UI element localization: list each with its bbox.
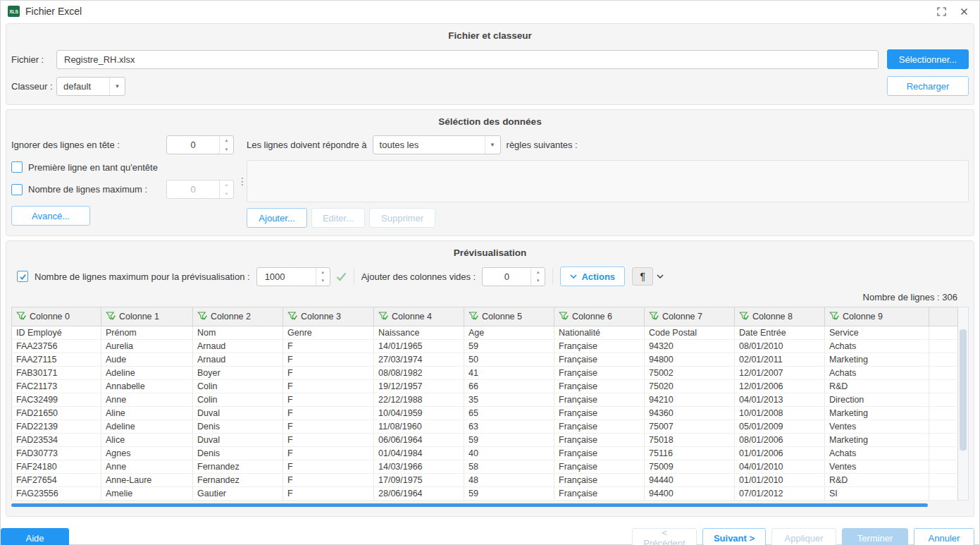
table-cell[interactable]: FAF24180	[12, 460, 101, 474]
table-cell[interactable]: 75018	[645, 434, 735, 447]
table-cell[interactable]: F	[283, 460, 374, 474]
table-cell[interactable]: 94210	[645, 393, 735, 407]
table-cell[interactable]: 63	[464, 420, 554, 434]
table-cell[interactable]: 12/01/2006	[735, 380, 825, 393]
table-cell[interactable]: Française	[554, 353, 645, 367]
table-cell[interactable]: FAD23534	[12, 434, 101, 447]
table-row[interactable]: FAD30773AgnesDenisF01/04/198440Française…	[12, 447, 958, 460]
table-cell[interactable]: Achats	[825, 340, 929, 353]
column-header[interactable]: Colonne 4	[374, 307, 464, 326]
table-cell[interactable]: FAA23756	[12, 340, 101, 353]
table-cell[interactable]: F	[283, 340, 374, 353]
column-header[interactable]: Colonne 9	[825, 307, 929, 326]
spinner-down-icon[interactable]: ▼	[220, 145, 233, 154]
table-cell[interactable]: 75020	[645, 380, 735, 393]
horizontal-scrollbar-thumb[interactable]	[11, 503, 928, 507]
close-icon[interactable]	[955, 3, 972, 20]
spinner-down-icon[interactable]: ▼	[531, 276, 545, 286]
table-cell[interactable]: 07/01/2012	[735, 487, 825, 501]
table-cell[interactable]: FAC21173	[12, 380, 101, 393]
table-cell[interactable]: F	[283, 474, 374, 487]
table-cell[interactable]: 01/01/2010	[735, 474, 825, 487]
next-button[interactable]: Suivant >	[702, 528, 766, 545]
pilcrow-toggle-button[interactable]: ¶	[632, 267, 653, 286]
table-cell[interactable]: F	[283, 407, 374, 420]
table-cell[interactable]: FAD21650	[12, 407, 101, 420]
spinner-up-icon[interactable]: ▲	[316, 268, 330, 277]
table-cell[interactable]: 04/01/2010	[735, 460, 825, 474]
table-cell[interactable]: 22/12/1988	[374, 393, 464, 407]
help-button[interactable]: Aide	[1, 528, 69, 545]
table-cell[interactable]: Marketing	[825, 353, 929, 367]
table-cell[interactable]: Anne	[101, 460, 193, 474]
table-cell[interactable]: Duval	[193, 407, 283, 420]
column-header[interactable]: Colonne 2	[193, 307, 283, 326]
table-cell[interactable]: 01/04/1984	[374, 447, 464, 460]
table-cell[interactable]: Achats	[825, 447, 929, 460]
rules-list[interactable]	[247, 160, 969, 202]
table-cell[interactable]: 14/01/1965	[374, 340, 464, 353]
table-cell[interactable]: 06/06/1964	[374, 434, 464, 447]
add-rule-button[interactable]: Ajouter...	[247, 208, 307, 228]
table-cell[interactable]: Prénom	[101, 326, 193, 340]
table-cell[interactable]: Naissance	[374, 326, 464, 340]
table-cell[interactable]: 02/01/2011	[735, 353, 825, 367]
table-cell[interactable]: Adeline	[101, 420, 193, 434]
table-cell[interactable]: 94400	[645, 487, 735, 501]
table-row[interactable]: FAG23556AmelieGautierF28/06/196459França…	[12, 487, 958, 501]
column-header[interactable]: Colonne 0	[12, 307, 101, 326]
table-cell[interactable]: Française	[554, 487, 645, 501]
table-cell[interactable]: FAF27654	[12, 474, 101, 487]
table-cell[interactable]: FAB30171	[12, 367, 101, 380]
column-header[interactable]: Colonne 6	[554, 307, 645, 326]
vertical-scrollbar[interactable]	[958, 307, 969, 501]
preview-max-rows-input[interactable]	[257, 268, 316, 286]
table-cell[interactable]: Agnes	[101, 447, 193, 460]
table-cell[interactable]: Boyer	[193, 367, 283, 380]
skip-rows-spinner[interactable]: ▲▼	[166, 135, 234, 154]
table-cell[interactable]: 35	[464, 393, 554, 407]
table-cell[interactable]: 59	[464, 434, 554, 447]
table-cell[interactable]: 17/09/1975	[374, 474, 464, 487]
table-row[interactable]: FAC32499AnneColinF22/12/198835Française9…	[12, 393, 958, 407]
table-cell[interactable]: 19/12/1957	[374, 380, 464, 393]
table-cell[interactable]: Arnaud	[193, 340, 283, 353]
table-cell[interactable]: Age	[464, 326, 554, 340]
table-row[interactable]: FAD21650AlineDuvalF10/04/195965Française…	[12, 407, 958, 420]
table-cell[interactable]: Amelie	[101, 487, 193, 501]
table-cell[interactable]: 75116	[645, 447, 735, 460]
splitter-handle[interactable]: ⋮	[237, 176, 247, 187]
table-cell[interactable]: F	[283, 434, 374, 447]
maximize-icon[interactable]	[933, 3, 950, 20]
table-cell[interactable]: 94440	[645, 474, 735, 487]
rules-mode-select[interactable]: toutes les ▼	[373, 135, 501, 154]
table-cell[interactable]: 75007	[645, 420, 735, 434]
table-cell[interactable]: 58	[464, 460, 554, 474]
preview-max-rows-spinner[interactable]: ▲▼	[256, 267, 330, 286]
table-cell[interactable]: Duval	[193, 434, 283, 447]
table-cell[interactable]: 08/01/2010	[735, 340, 825, 353]
table-cell[interactable]: 10/04/1959	[374, 407, 464, 420]
table-cell[interactable]: FAC32499	[12, 393, 101, 407]
table-cell[interactable]: Fernandez	[193, 474, 283, 487]
table-cell[interactable]: F	[283, 393, 374, 407]
table-cell[interactable]: F	[283, 380, 374, 393]
table-cell[interactable]: Adeline	[101, 367, 193, 380]
table-cell[interactable]: 50	[464, 353, 554, 367]
table-row[interactable]: FAB30171AdelineBoyerF08/08/198241Françai…	[12, 367, 958, 380]
table-cell[interactable]: 27/03/1974	[374, 353, 464, 367]
table-cell[interactable]: 94320	[645, 340, 735, 353]
table-cell[interactable]: Française	[554, 447, 645, 460]
table-cell[interactable]: 01/01/2006	[735, 447, 825, 460]
table-row[interactable]: ID EmployéPrénomNomGenreNaissanceAgeNati…	[12, 326, 958, 340]
table-row[interactable]: FAF24180AnneFernandezF14/03/196658França…	[12, 460, 958, 474]
table-cell[interactable]: 59	[464, 487, 554, 501]
table-cell[interactable]: 11/08/1960	[374, 420, 464, 434]
table-cell[interactable]: 28/06/1964	[374, 487, 464, 501]
table-cell[interactable]: Anne	[101, 393, 193, 407]
table-cell[interactable]: Anne-Laure	[101, 474, 193, 487]
column-header[interactable]: Colonne 7	[645, 307, 735, 326]
table-cell[interactable]: R&D	[825, 474, 929, 487]
table-cell[interactable]: F	[283, 487, 374, 501]
table-cell[interactable]: Achats	[825, 367, 929, 380]
